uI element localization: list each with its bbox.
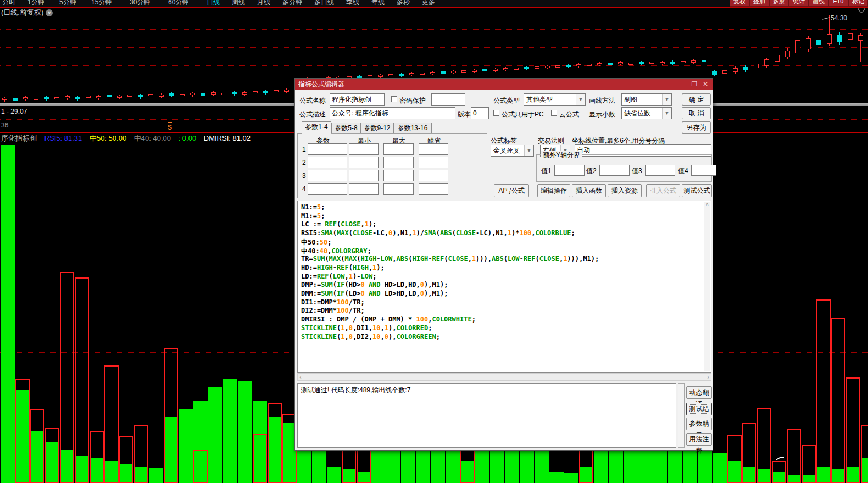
chevron-down-icon[interactable]: ▼ [524,145,533,156]
period-item[interactable]: 更多 [422,0,435,7]
red-stick-bar [15,379,30,483]
code-line: 中50:50; [301,238,331,246]
param-input[interactable] [308,157,347,168]
tab-param-1[interactable]: 参数1-4 [302,121,331,134]
formula-name-label: 公式名称 [299,96,326,106]
formula-type-select[interactable]: 其他类型 ▼ [524,93,586,106]
period-item[interactable]: 1分钟 [27,0,44,7]
scroll-right-icon[interactable]: › [707,374,709,381]
action-button-6[interactable]: 测试公式 [682,184,712,197]
period-item[interactable]: 5分钟 [59,0,76,7]
ybound-input[interactable] [645,165,675,176]
action-button-3[interactable]: 插入函数 [572,184,606,197]
param-input[interactable] [383,183,414,195]
param-input[interactable] [349,183,379,195]
dialog-title-bar[interactable]: 指标公式编辑器 [295,79,713,90]
param-input[interactable] [349,157,379,168]
toolbar-button[interactable]: 多股 [769,0,789,7]
formula-name-input[interactable]: 程序化指标创 [330,93,385,106]
period-item[interactable]: 多秒 [397,0,410,7]
tab-param-3[interactable]: 参数9-12 [361,123,393,133]
param-input[interactable] [383,170,414,181]
period-item[interactable]: 多分钟 [282,0,302,7]
red-stick-bar [742,423,756,483]
period-item[interactable]: 月线 [257,0,270,7]
chevron-down-icon[interactable]: ▼ [576,94,585,105]
cloud-formula-checkbox[interactable] [551,110,557,116]
side-button-4[interactable]: 用法注释 [686,433,712,446]
scroll-left-icon[interactable]: ‹ [299,374,302,381]
tab-param-4[interactable]: 参数13-16 [393,123,432,133]
period-item[interactable]: 分时 [2,0,15,7]
toolbar-button[interactable]: 叠加 [749,0,769,7]
ok-button[interactable]: 确 定 [682,93,711,106]
green-stick-bar [594,447,608,483]
toolbar-button[interactable]: F10 [828,0,848,7]
toolbar-button[interactable]: 复权 [730,0,749,7]
draw-method-select[interactable]: 副图 ▼ [621,93,672,106]
param-input[interactable] [308,183,347,195]
chevron-down-icon[interactable]: ▼ [662,94,671,105]
formula-type-label: 公式类型 [493,96,520,106]
action-button-4[interactable]: 插入资源 [608,184,642,197]
chevron-down-circle-icon[interactable]: ∨ [46,9,53,16]
param-input[interactable] [383,157,414,168]
param-input[interactable] [308,170,347,181]
period-item[interactable]: 周线 [232,0,245,7]
param-input[interactable] [419,170,448,181]
formula-tag-select[interactable]: 金叉死叉 ▼ [491,145,534,157]
ybound-input[interactable] [554,165,585,176]
formula-desc-label: 公式描述 [299,110,326,119]
action-button-2[interactable]: 编辑操作 [537,184,570,197]
toolbar-button[interactable]: 统计 [789,0,809,7]
candle-body [608,63,613,65]
toolbar-button[interactable]: 画线 [809,0,828,7]
green-stick-bar [179,409,193,483]
candle-body [806,38,811,49]
maximize-icon[interactable]: ❐ [689,79,699,90]
period-item[interactable]: 年线 [371,0,385,7]
ybound-input[interactable] [599,165,630,176]
password-input[interactable] [431,93,465,106]
code-vertical-scrollbar[interactable]: ∧ [704,202,710,371]
side-button-2[interactable]: 测试结果 [686,403,712,415]
cancel-button[interactable]: 取 消 [682,107,711,119]
param-input[interactable] [383,143,414,155]
code-horizontal-scrollbar[interactable]: ‹ › [297,373,711,381]
red-stick-bar [802,445,816,483]
candle-body [576,64,581,66]
formula-desc-input[interactable]: 公众号: 程序化指标 [330,107,455,119]
side-button-1[interactable]: 动态翻译 [686,386,712,399]
green-stick-bar [238,381,252,483]
period-item[interactable]: 60分钟 [168,0,188,7]
period-item[interactable]: 多日线 [314,0,334,7]
result-scrollbar[interactable] [678,383,685,448]
param-input[interactable] [308,143,347,155]
code-line: LD:=REF(LOW,1)-LOW; [301,273,376,281]
param-input[interactable] [419,157,448,168]
param-input[interactable] [349,170,379,181]
param-input[interactable] [349,143,379,155]
action-button-1[interactable]: AI写公式 [494,184,529,197]
pc-only-checkbox[interactable] [493,110,499,116]
chevron-down-icon[interactable]: ▼ [662,108,671,119]
formula-code-editor[interactable]: N1:=5;M1:=5;LC := REF(CLOSE,1);RSI5:SMA(… [297,201,711,373]
period-item[interactable]: 日线 [207,0,220,7]
param-input[interactable] [419,183,448,195]
period-item[interactable]: 季线 [346,0,359,7]
password-protect-checkbox[interactable] [391,96,397,102]
ybound-input[interactable] [691,165,716,176]
period-item[interactable]: 15分钟 [91,0,112,7]
candle-body [54,97,59,99]
version-input[interactable]: 0 [471,107,489,119]
save-as-button[interactable]: 另存为 [682,121,711,134]
close-icon[interactable]: ✕ [700,79,710,90]
side-button-3[interactable]: 参数精灵 [686,418,712,430]
candle-body [524,67,529,69]
candle-body [639,62,644,64]
param-input[interactable] [419,143,448,155]
toolbar-button[interactable]: 标记 [848,0,868,7]
period-item[interactable]: 30分钟 [130,0,150,7]
tab-param-2[interactable]: 参数5-8 [331,123,361,133]
decimal-select[interactable]: 缺省位数 ▼ [621,107,672,119]
